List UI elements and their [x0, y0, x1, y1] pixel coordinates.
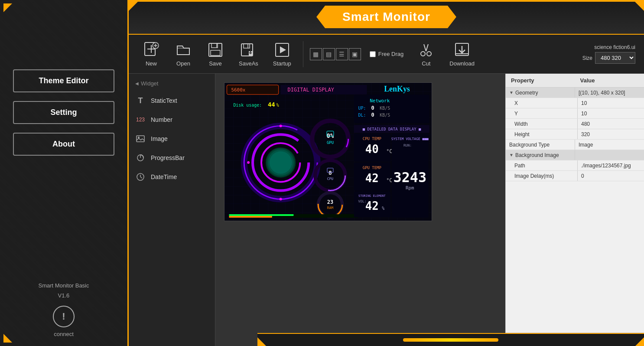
- svg-text:%: %: [382, 206, 384, 211]
- svg-text:DIGITAL DISPLAY: DIGITAL DISPLAY: [287, 87, 334, 93]
- prop-bg-type-row: Background Type Image: [506, 140, 644, 150]
- svg-rect-8: [211, 50, 220, 55]
- widget-header-label: Widget: [141, 80, 158, 87]
- prop-geometry-row[interactable]: ▼ Geometry [(10, 10), 480 x 320]: [506, 88, 644, 98]
- size-select[interactable]: 480 320 320 240 800 480 1024 600: [595, 52, 635, 64]
- widget-image[interactable]: Image: [129, 129, 215, 148]
- svg-text:KB/S: KB/S: [380, 113, 390, 118]
- save-button[interactable]: Save: [202, 38, 229, 70]
- open-button[interactable]: Open: [169, 38, 197, 70]
- datetime-label: DateTime: [151, 173, 177, 180]
- exclamation-icon: !: [62, 311, 65, 322]
- prop-col-value: Value: [575, 74, 644, 87]
- setting-button[interactable]: Setting: [13, 101, 114, 124]
- save-icon: [207, 41, 224, 59]
- new-button[interactable]: New: [137, 38, 165, 70]
- progress-icon: [135, 153, 146, 163]
- canvas-area[interactable]: 5600x DIGITAL DISPLAY LenKys Disk usage:…: [215, 74, 505, 346]
- prop-y-key: Y: [506, 108, 578, 118]
- clock-icon: [135, 172, 146, 182]
- svg-line-17: [426, 44, 428, 51]
- prop-bg-type-key: Background Type: [506, 140, 575, 150]
- prop-path-row: Path ./images/1234567.jpg: [506, 160, 644, 171]
- svg-text:44: 44: [268, 101, 275, 108]
- prop-x-value: 10: [578, 98, 644, 108]
- download-button[interactable]: Download: [444, 38, 480, 70]
- prop-bg-image-row[interactable]: ▼ Background Image: [506, 150, 644, 160]
- bottom-corner-bl: [257, 337, 266, 346]
- cut-icon: [417, 41, 435, 59]
- svg-text:%: %: [276, 103, 279, 108]
- svg-text:Disk usage:: Disk usage:: [233, 103, 262, 108]
- widget-number[interactable]: 123 Number: [129, 110, 215, 129]
- svg-point-45: [270, 151, 292, 174]
- prop-col-property: Property: [506, 74, 575, 87]
- static-text-label: StaticText: [151, 97, 177, 104]
- free-drag-toggle[interactable]: Free Drag: [370, 51, 404, 57]
- connect-button[interactable]: !: [53, 306, 75, 327]
- geometry-toggle-icon[interactable]: ▼: [509, 90, 514, 95]
- widget-progress-bar[interactable]: ProgressBar: [129, 148, 215, 167]
- version-text: Smart Monitor Basic: [38, 282, 89, 289]
- svg-text:3243: 3243: [394, 169, 427, 185]
- download-icon: [453, 41, 471, 59]
- save-as-button[interactable]: SaveAs: [234, 38, 263, 70]
- version-num: V1.6: [58, 292, 70, 299]
- startup-button[interactable]: Startup: [268, 38, 296, 70]
- svg-line-27: [140, 177, 142, 178]
- prop-x-row: X 10: [506, 98, 644, 108]
- prop-path-value: ./images/1234567.jpg: [578, 160, 644, 170]
- svg-text:UP:: UP:: [358, 106, 366, 111]
- prop-header: Property Value: [506, 74, 644, 88]
- svg-text:0%: 0%: [327, 132, 334, 139]
- prop-height-value: 320: [578, 129, 644, 139]
- cut-button[interactable]: Cut: [412, 38, 440, 70]
- svg-text:40: 40: [365, 143, 379, 156]
- svg-text:23: 23: [327, 199, 333, 205]
- widget-panel-header: ◀ Widget: [129, 78, 215, 91]
- toolbar-sep-1: [303, 41, 303, 67]
- svg-text:GPU: GPU: [327, 140, 334, 145]
- toolbar-right: science fiction6.ui Size 480 320 320 240…: [582, 44, 635, 64]
- toolbar: New Open Save: [129, 35, 644, 74]
- bg-image-toggle-icon[interactable]: ▼: [509, 153, 514, 157]
- svg-text:RUN:: RUN:: [403, 144, 412, 147]
- prop-delay-key: Image Delay(ms): [506, 171, 578, 181]
- prop-x-key: X: [506, 98, 578, 108]
- free-drag-checkbox[interactable]: [370, 51, 376, 57]
- download-label: Download: [449, 60, 475, 67]
- prop-y-value: 10: [578, 108, 644, 118]
- content-area: ◀ Widget T StaticText 123 Number: [129, 74, 644, 346]
- main-area: Smart Monitor New: [129, 0, 644, 346]
- bar-view-btn[interactable]: ▤: [323, 48, 335, 60]
- svg-text:0: 0: [371, 112, 374, 118]
- svg-line-16: [424, 44, 426, 51]
- svg-text:°C: °C: [386, 148, 392, 154]
- svg-point-46: [280, 124, 282, 127]
- startup-label: Startup: [273, 60, 291, 67]
- svg-text:STORING ELEMENT: STORING ELEMENT: [358, 194, 386, 198]
- number-icon: 123: [135, 114, 146, 125]
- monitor-preview[interactable]: 5600x DIGITAL DISPLAY LenKys Disk usage:…: [224, 82, 432, 221]
- free-drag-label: Free Drag: [378, 51, 404, 57]
- grid-view-btn[interactable]: ▦: [310, 48, 322, 60]
- theme-editor-button[interactable]: Theme Editor: [13, 69, 114, 92]
- prop-geometry-value: [(10, 10), 480 x 320]: [575, 88, 644, 98]
- text-icon: T: [135, 95, 146, 106]
- prop-y-row: Y 10: [506, 108, 644, 119]
- sidebar: Theme Editor Setting About Smart Monitor…: [0, 0, 129, 346]
- widget-static-text[interactable]: T StaticText: [129, 91, 215, 110]
- cut-label: Cut: [422, 60, 430, 67]
- prop-path-key: Path: [506, 160, 578, 170]
- main-corner-tl: [129, 0, 140, 11]
- about-button[interactable]: About: [13, 133, 114, 156]
- widget-panel: ◀ Widget T StaticText 123 Number: [129, 74, 215, 346]
- svg-rect-21: [137, 136, 144, 142]
- geometry-label: Geometry: [515, 90, 538, 96]
- widget-datetime[interactable]: DateTime: [129, 167, 215, 186]
- connect-label: connect: [54, 331, 74, 337]
- svg-marker-13: [280, 46, 286, 53]
- detail-view-btn[interactable]: ▣: [349, 48, 361, 60]
- list-view-btn[interactable]: ☰: [336, 48, 348, 60]
- prop-geometry-key: ▼ Geometry: [506, 88, 575, 98]
